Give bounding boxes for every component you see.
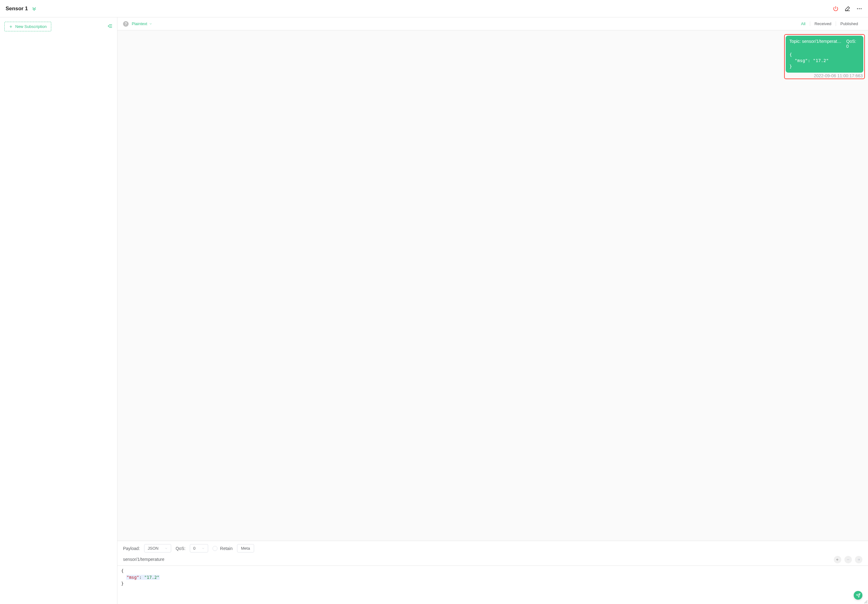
connection-title: Sensor 1 [6, 6, 28, 12]
message-header: Topic: sensor/1/temperature QoS: 0 [789, 39, 860, 49]
header-left: Sensor 1 [6, 6, 37, 12]
filter-tabs: All Received Published [797, 22, 862, 26]
collapse-sidebar-icon[interactable] [107, 23, 113, 30]
published-message[interactable]: Topic: sensor/1/temperature QoS: 0 { "ms… [786, 36, 863, 73]
content: ? Plaintext All Received Published Topic… [118, 17, 868, 604]
send-icon [856, 593, 860, 598]
payload-editor[interactable]: { "msg": "17.2" } [118, 565, 868, 604]
help-icon[interactable]: ? [123, 21, 129, 27]
svg-point-2 [860, 8, 862, 9]
sidebar: New Subscription [0, 17, 118, 604]
payload-format-select[interactable]: JSON [144, 544, 171, 553]
tab-all[interactable]: All [797, 22, 810, 26]
history-prev-button[interactable] [834, 556, 841, 563]
publish-topic-row [118, 556, 868, 565]
power-icon[interactable] [832, 6, 839, 12]
expand-down-icon[interactable] [31, 6, 37, 12]
topic-input[interactable] [123, 556, 859, 563]
svg-point-0 [857, 8, 858, 9]
qos-value: 0 [193, 546, 195, 551]
chevron-down-icon [149, 22, 152, 25]
filter-bar: ? Plaintext All Received Published [118, 17, 868, 31]
retain-label: Retain [220, 546, 232, 551]
message-body: { "msg": "17.2" } [789, 52, 860, 70]
new-subscription-label: New Subscription [15, 24, 46, 29]
publish-options-row: Payload: JSON QoS: 0 Retain Meta [118, 541, 868, 556]
more-icon[interactable] [856, 6, 862, 12]
filter-left: ? Plaintext [123, 21, 152, 27]
meta-button[interactable]: Meta [237, 544, 254, 553]
qos-select[interactable]: 0 [190, 544, 208, 553]
send-button[interactable] [854, 591, 862, 599]
message-highlight: Topic: sensor/1/temperature QoS: 0 { "ms… [784, 34, 865, 79]
header: Sensor 1 [0, 0, 868, 17]
payload-label: Payload: [123, 546, 140, 551]
resize-handle-icon[interactable] [864, 600, 867, 603]
sidebar-top: New Subscription [0, 17, 117, 36]
minus-icon [846, 558, 850, 561]
history-nav [834, 556, 862, 563]
svg-point-1 [859, 8, 860, 9]
edit-icon[interactable] [845, 6, 851, 12]
message-qos: QoS: 0 [846, 39, 860, 49]
messages-area[interactable]: Topic: sensor/1/temperature QoS: 0 { "ms… [118, 31, 868, 541]
tab-published[interactable]: Published [836, 22, 862, 26]
chevron-down-icon [202, 547, 205, 550]
format-label: Plaintext [132, 22, 147, 26]
history-mid-button[interactable] [845, 556, 852, 563]
tab-received[interactable]: Received [810, 22, 836, 26]
plus-icon [9, 25, 13, 29]
message-topic: Topic: sensor/1/temperature [789, 39, 843, 49]
arrow-left-icon [836, 558, 839, 561]
new-subscription-button[interactable]: New Subscription [5, 22, 51, 31]
format-dropdown[interactable]: Plaintext [132, 22, 152, 26]
retain-radio-icon [212, 546, 217, 551]
header-right [832, 6, 862, 12]
history-next-button[interactable] [855, 556, 862, 563]
retain-toggle[interactable]: Retain [212, 546, 232, 551]
message-timestamp: 2022-09-06 11:00:17:663 [786, 73, 863, 78]
main: New Subscription ? Plaintext All Receive… [0, 17, 868, 604]
qos-label: QoS: [175, 546, 186, 551]
chevron-down-icon [165, 547, 168, 550]
arrow-right-icon [857, 558, 860, 561]
publish-panel: Payload: JSON QoS: 0 Retain Meta [118, 541, 868, 604]
payload-format-value: JSON [147, 546, 158, 551]
